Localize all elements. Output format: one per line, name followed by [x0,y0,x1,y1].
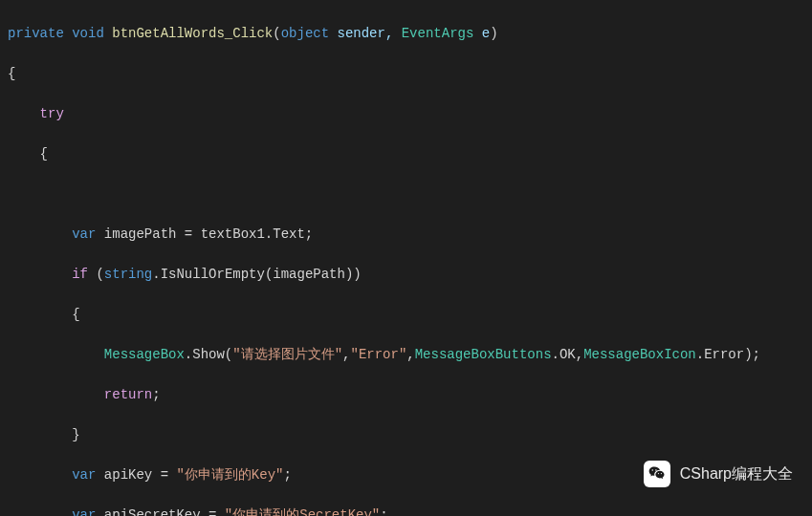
wechat-icon [644,461,670,487]
code-line: { [8,64,804,84]
code-line [8,184,804,204]
code-line: MessageBox.Show("请选择图片文件","Error",Messag… [8,345,804,365]
code-line: { [8,144,804,164]
code-line: if (string.IsNullOrEmpty(imagePath)) [8,265,804,285]
code-line: var imagePath = textBox1.Text; [8,225,804,245]
watermark: CSharp编程大全 [644,461,793,487]
code-line: return; [8,385,804,405]
code-line: private void btnGetAllWords_Click(object… [8,24,804,44]
code-line: { [8,305,804,325]
code-line: } [8,425,804,445]
code-line: var apiSecretKey = "你申请到的SecretKey"; [8,505,804,516]
watermark-text: CSharp编程大全 [680,462,793,485]
code-line: try [8,104,804,124]
code-editor[interactable]: private void btnGetAllWords_Click(object… [0,0,812,516]
